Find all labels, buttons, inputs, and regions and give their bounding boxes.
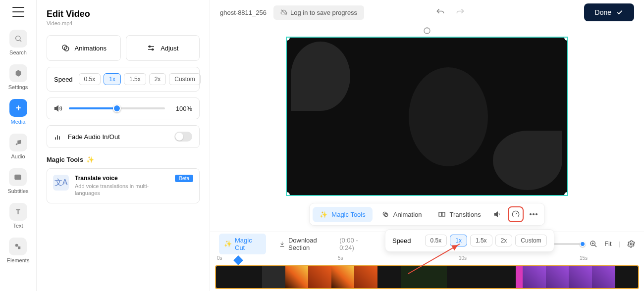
download-section-button[interactable]: Download Section(0:00 - 0:24) [274, 234, 377, 254]
sidebar-label: Audio [11, 153, 25, 159]
bars-icon [54, 133, 62, 141]
redo-icon[interactable] [455, 7, 465, 17]
adjust-label: Adjust [161, 45, 178, 52]
plus-icon [9, 99, 27, 117]
rotate-handle-icon[interactable] [423, 27, 431, 35]
magic-cut-button[interactable]: ✨ Magic Cut [219, 234, 266, 254]
sidebar-item-elements[interactable]: Elements [7, 235, 30, 266]
svg-point-29 [536, 213, 537, 215]
ctx-label: Transitions [450, 211, 481, 218]
svg-rect-6 [15, 175, 21, 180]
svg-rect-23 [439, 212, 441, 216]
ctx-transitions[interactable]: Transitions [431, 206, 488, 222]
animations-button[interactable]: Animations [47, 35, 121, 61]
beta-badge: Beta [175, 175, 193, 182]
text-icon: T [9, 203, 27, 221]
menu-icon[interactable] [12, 7, 24, 17]
animation-icon [381, 210, 389, 218]
speed-popup: Speed 0.5x 1x 1.5x 2x Custom [385, 229, 554, 252]
left-sidebar: Search Settings Media Audio Subtitles T … [0, 0, 37, 291]
video-track[interactable] [215, 265, 639, 289]
done-label: Done [595, 8, 611, 16]
speed-1x[interactable]: 1x [104, 73, 121, 85]
popup-speed-2x[interactable]: 2x [495, 235, 513, 246]
sidebar-item-media[interactable]: Media [9, 96, 27, 128]
speed-custom[interactable]: Custom [169, 73, 200, 85]
speed-1.5x[interactable]: 1.5x [124, 73, 146, 85]
resize-handle[interactable] [286, 37, 290, 41]
volume-row: 100% [47, 97, 200, 119]
svg-point-7 [15, 244, 18, 247]
transitions-icon [438, 210, 446, 218]
video-preview[interactable] [286, 37, 568, 196]
svg-marker-25 [494, 212, 497, 216]
ctx-animation[interactable]: Animation [375, 206, 429, 222]
ctx-label: Magic Tools [331, 211, 365, 218]
sidebar-label: Search [9, 49, 27, 55]
speed-label: Speed [54, 76, 73, 83]
volume-slider[interactable] [69, 107, 165, 109]
popup-label: Speed [392, 237, 411, 244]
top-bar: ghost-8811_256 Log in to save progress D… [210, 0, 644, 25]
fade-toggle[interactable] [174, 132, 192, 142]
sidebar-item-text[interactable]: T Text [9, 200, 27, 232]
download-label: Download Section [288, 237, 336, 251]
download-range: (0:00 - 0:24) [339, 237, 372, 251]
timeline-ruler[interactable]: 0s 5s 10s 15s 20s [210, 255, 644, 265]
svg-rect-24 [442, 212, 444, 216]
popup-speed-custom[interactable]: Custom [515, 235, 546, 246]
download-icon [279, 241, 285, 247]
speed-0.5x[interactable]: 0.5x [79, 73, 101, 85]
fade-label: Fade Audio In/Out [68, 133, 120, 141]
save-progress-button[interactable]: Log in to save progress [273, 5, 364, 20]
svg-rect-16 [55, 137, 56, 140]
check-icon [616, 9, 623, 16]
ctx-more-icon[interactable] [526, 206, 541, 222]
ctx-volume-icon[interactable] [490, 206, 506, 222]
adjust-button[interactable]: Adjust [126, 35, 200, 61]
done-button[interactable]: Done [584, 3, 634, 21]
svg-marker-2 [15, 70, 21, 76]
sidebar-item-settings[interactable]: Settings [8, 61, 28, 93]
zoom-in-icon[interactable] [590, 240, 597, 248]
translate-title: Translate voice [75, 175, 169, 182]
speed-2x[interactable]: 2x [149, 73, 166, 85]
main-area: ghost-8811_256 Log in to save progress D… [210, 0, 644, 291]
svg-marker-15 [55, 106, 58, 111]
project-name[interactable]: ghost-8811_256 [220, 9, 267, 16]
resize-handle[interactable] [564, 37, 568, 41]
svg-point-13 [149, 46, 151, 48]
svg-line-1 [19, 40, 21, 42]
timeline: 0s 5s 10s 15s 20s [210, 255, 644, 291]
panel-title: Edit Video [47, 9, 200, 19]
note-icon [9, 134, 27, 151]
sidebar-label: Text [13, 223, 23, 229]
undo-icon[interactable] [435, 7, 445, 17]
save-label: Log in to save progress [290, 9, 357, 16]
magic-cut-label: Magic Cut [235, 237, 261, 251]
translate-voice-card[interactable]: 文A Translate voice Add voice translation… [47, 168, 200, 203]
resize-handle[interactable] [286, 192, 290, 196]
resize-handle[interactable] [564, 192, 568, 196]
sparkle-icon: ✨ [86, 156, 94, 163]
ctx-label: Animation [393, 211, 422, 218]
sidebar-item-subtitles[interactable]: Subtitles [7, 165, 28, 197]
sidebar-item-audio[interactable]: Audio [9, 131, 27, 162]
ctx-magic-tools[interactable]: ✨ Magic Tools [313, 207, 372, 222]
ctx-speed-icon[interactable] [508, 206, 524, 222]
gear-icon[interactable] [627, 240, 635, 248]
fit-label[interactable]: Fit [604, 240, 611, 247]
playhead[interactable] [233, 255, 243, 265]
svg-rect-17 [57, 135, 58, 140]
svg-point-28 [533, 213, 535, 215]
svg-point-5 [15, 144, 17, 146]
search-icon [9, 30, 27, 48]
popup-speed-1.5x[interactable]: 1.5x [470, 235, 492, 246]
cc-icon [9, 168, 27, 186]
volume-value: 100% [176, 105, 192, 112]
svg-rect-18 [59, 136, 60, 140]
svg-line-26 [516, 213, 517, 214]
popup-speed-0.5x[interactable]: 0.5x [425, 235, 447, 246]
sidebar-label: Media [11, 119, 26, 125]
sidebar-item-search[interactable]: Search [9, 27, 27, 58]
